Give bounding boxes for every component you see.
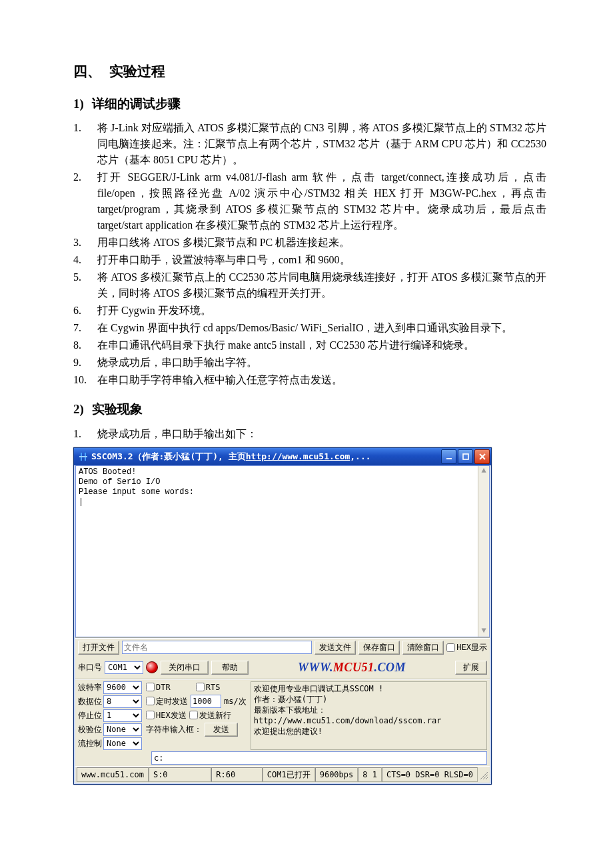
status-site: www.mcu51.com — [77, 767, 149, 782]
stopbits-select[interactable]: 1 — [103, 709, 142, 722]
step-text: 烧录成功后，串口助手输出如下： — [97, 428, 257, 439]
status-bar: www.mcu51.com S:0 R:60 COM1已打开 9600bps 8… — [75, 766, 490, 783]
open-file-button[interactable]: 打开文件 — [78, 641, 119, 655]
save-window-button[interactable]: 保存窗口 — [358, 641, 400, 655]
titlebar[interactable]: SSCOM3.2（作者:聂小猛(丁丁), 主页http://www.mcu51.… — [74, 448, 491, 465]
close-button[interactable] — [474, 449, 490, 464]
status-sent: S:0 — [149, 767, 211, 782]
scrollbar-vertical[interactable]: ▲ ▼ — [478, 466, 489, 637]
dtr-checkbox[interactable]: DTR — [146, 681, 171, 693]
status-baud: 9600bps — [315, 767, 358, 782]
step-text: 在 Cygwin 界面中执行 cd apps/Demos/Basic/ WiFi… — [97, 322, 512, 333]
svg-rect-4 — [463, 454, 468, 459]
status-com: COM1已打开 — [263, 767, 315, 782]
steps-list: 1.将 J-Link 对应端插入 ATOS 多模汇聚节点的 CN3 引脚，将 A… — [73, 120, 546, 388]
timed-send-checkbox[interactable]: 定时发送 — [146, 695, 188, 707]
step-text: 用串口线将 ATOS 多模汇聚节点和 PC 机器连接起来。 — [97, 237, 350, 248]
step-text: 打开串口助手，设置波特率与串口号，com1 和 9600。 — [97, 254, 350, 265]
status-lines: CTS=0 DSR=0 RLSD=0 — [382, 767, 478, 782]
step-text: 烧录成功后，串口助手输出字符。 — [97, 357, 257, 368]
step-text: 打开 Cygwin 开发环境。 — [97, 305, 211, 316]
step-text: 将 ATOS 多模汇聚节点上的 CC2530 芯片同电脑用烧录线连接好，打开 A… — [97, 271, 546, 299]
timed-interval-input[interactable] — [191, 695, 221, 708]
clear-window-button[interactable]: 清除窗口 — [402, 641, 444, 655]
sscom-window: SSCOM3.2（作者:聂小猛(丁丁), 主页http://www.mcu51.… — [73, 447, 492, 785]
file-name-input[interactable] — [122, 641, 312, 654]
step-text: 打开 SEGGER/J-Link arm v4.081/J-flash arm … — [97, 171, 546, 231]
baud-label: 波特率 — [78, 681, 102, 694]
send-file-button[interactable]: 发送文件 — [314, 641, 356, 655]
serial-output[interactable]: ATOS Booted! Demo of Serio I/O Please in… — [75, 465, 490, 637]
hex-send-checkbox[interactable]: HEX发送 — [146, 709, 187, 721]
com-select[interactable]: COM1 — [105, 661, 143, 674]
charbox-label: 字符串输入框： — [146, 723, 202, 735]
step-text: 在串口助手字符串输入框中输入任意字符点击发送。 — [97, 374, 342, 385]
send-newline-checkbox[interactable]: 发送新行 — [189, 709, 231, 721]
parity-label: 校验位 — [78, 723, 102, 736]
timed-unit-label: ms/次 — [224, 695, 247, 707]
steps-list-2: 1.烧录成功后，串口助手输出如下： — [73, 426, 546, 442]
svg-rect-3 — [446, 458, 452, 459]
help-button[interactable]: 帮助 — [211, 661, 249, 675]
svg-rect-2 — [79, 456, 87, 457]
brand-logo: WWW.MCU51.COM — [251, 659, 452, 677]
com-label: 串口号 — [78, 661, 102, 673]
parity-select[interactable]: None — [103, 723, 142, 736]
subsection-heading: 2)实验现象 — [73, 400, 546, 419]
minimize-button[interactable] — [441, 449, 456, 464]
stopbits-label: 停止位 — [78, 709, 102, 722]
close-com-button[interactable]: 关闭串口 — [161, 661, 209, 675]
app-icon — [78, 451, 89, 462]
record-icon[interactable] — [146, 661, 158, 673]
databits-select[interactable]: 8 — [103, 695, 142, 708]
section-heading: 四、实验过程 — [73, 61, 546, 83]
char-input[interactable] — [151, 751, 487, 765]
extend-button[interactable]: 扩展 — [455, 661, 487, 675]
databits-label: 数据位 — [78, 695, 102, 708]
rts-checkbox[interactable]: RTS — [196, 681, 221, 693]
status-recv: R:60 — [211, 767, 263, 782]
hex-display-checkbox[interactable]: HEX显示 — [446, 641, 487, 653]
flow-select[interactable]: None — [103, 737, 142, 750]
scroll-down-icon[interactable]: ▼ — [478, 626, 489, 637]
baud-select[interactable]: 9600 — [103, 681, 142, 694]
scroll-up-icon[interactable]: ▲ — [478, 466, 489, 477]
maximize-button[interactable] — [458, 449, 473, 464]
status-format: 8 1 — [358, 767, 382, 782]
resize-grip-icon[interactable] — [478, 769, 488, 780]
window-title: SSCOM3.2（作者:聂小猛(丁丁), 主页http://www.mcu51.… — [91, 450, 441, 463]
send-button[interactable]: 发送 — [205, 723, 238, 737]
flow-label: 流控制 — [78, 737, 102, 750]
subsection-heading: 1)详细的调试步骤 — [73, 95, 546, 114]
step-text: 在串口通讯代码目录下执行 make antc5 install，对 CC2530… — [97, 339, 474, 351]
step-text: 将 J-Link 对应端插入 ATOS 多模汇聚节点的 CN3 引脚，将 ATO… — [97, 122, 546, 165]
info-panel: 欢迎使用专业串口调试工具SSCOM ! 作者：聂小猛(丁丁) 最新版本下载地址：… — [251, 681, 487, 750]
